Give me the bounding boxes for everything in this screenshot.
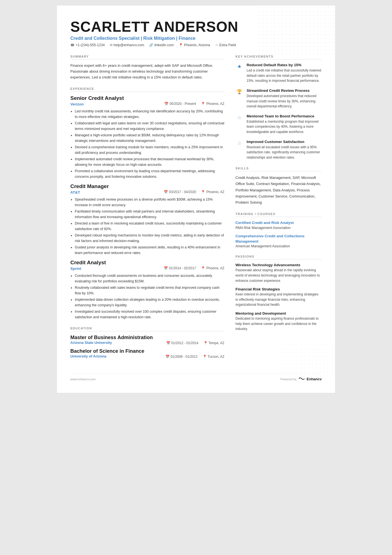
calendar-icon-1: 📅 xyxy=(164,190,168,194)
achievement-icon-0: ★ xyxy=(235,63,243,71)
bullet-2-2: Implemented data-driven collection strat… xyxy=(75,297,224,308)
achievement-content-1: Streamlined Credit Review Process Develo… xyxy=(247,88,322,109)
phone-value: +1-(234)-555-1234 xyxy=(76,43,105,47)
job-company-1: AT&T xyxy=(70,190,80,194)
edu-item-1: Bachelor of Science in Finance Universit… xyxy=(70,348,224,359)
achievements-section: KEY ACHIEVEMENTS ★ Reduced Default Rates… xyxy=(235,55,322,160)
contact-row: ☎ +1-(234)-555-1234 ✉ help@enhancv.com 🔗… xyxy=(70,43,322,47)
bullet-1-4: Guided junior analysts in developing ris… xyxy=(75,245,224,256)
calendar-edu-0: 📅 xyxy=(166,341,170,345)
bullet-0-2: Managed a high-volume portfolio valued a… xyxy=(75,132,224,144)
education-label: EDUCATION xyxy=(70,327,224,331)
summary-text: Finance expert with 6+ years in credit m… xyxy=(70,63,224,80)
passion-title-2: Mentoring and Development xyxy=(235,311,322,315)
job-bullets-0: Led monthly credit risk assessments, enh… xyxy=(70,108,224,179)
calendar-icon-0: 📅 xyxy=(164,102,168,106)
outline-star-icon-2: ☆ xyxy=(237,115,242,121)
skills-text: Credit Analysis, Risk Management, SAP, M… xyxy=(235,175,322,205)
achievement-text-3: Resolved all escalated credit issues wit… xyxy=(247,145,322,160)
achievement-text-1: Developed automated procedures that redu… xyxy=(247,93,322,109)
achievement-item-3: ☆ Improved Customer Satisfaction Resolve… xyxy=(235,140,322,160)
enhancv-icon xyxy=(298,377,305,382)
job-title-2: Credit Analyst xyxy=(70,260,224,266)
summary-section: SUMMARY Finance expert with 6+ years in … xyxy=(70,55,224,80)
experience-label: EXPERIENCE xyxy=(70,87,224,92)
right-column: KEY ACHIEVEMENTS ★ Reduced Default Rates… xyxy=(235,55,322,365)
achievement-content-2: Mentored Team to Boost Performance Estab… xyxy=(247,114,322,135)
passions-label: PASSIONS xyxy=(235,255,322,260)
passion-text-0: Passionate about staying ahead in the ra… xyxy=(235,268,322,283)
passion-text-1: Keen interest in developing and implemen… xyxy=(235,292,322,307)
star-icon-extra: ☆ xyxy=(215,43,218,47)
job-title-1: Credit Manager xyxy=(70,183,224,189)
training-label: TRAINING / COURSES xyxy=(235,212,322,217)
summary-label: SUMMARY xyxy=(70,55,224,60)
outline-star-icon-3: ☆ xyxy=(237,140,242,146)
candidate-name: SCARLETT ANDERSON xyxy=(70,19,322,35)
job-dates-0: 📅 05/2020 - Present xyxy=(164,102,196,106)
passion-item-0: Wireless Technology Advancements Passion… xyxy=(235,263,322,283)
passion-text-2: Dedicated to mentoring aspiring finance … xyxy=(235,316,322,332)
training-org-1: American Management Association xyxy=(235,244,322,248)
passions-section: PASSIONS Wireless Technology Advancement… xyxy=(235,255,322,331)
achievement-title-3: Improved Customer Satisfaction xyxy=(247,140,322,144)
training-item-0: Certified Credit and Risk Analyst RMA Ri… xyxy=(235,220,322,230)
job-meta-1: 📅 03/2017 - 04/2020 📍 Phoenix, AZ xyxy=(164,190,224,194)
footer-website: www.enhancv.com xyxy=(70,378,96,381)
training-item-1: Comprehensive Credit and Collections Man… xyxy=(235,234,322,248)
bullet-0-0: Led monthly credit risk assessments, enh… xyxy=(75,108,224,120)
job-meta-0: 📅 05/2020 - Present 📍 Phoenix, AZ xyxy=(164,102,224,106)
linkedin-value: linkedin.com xyxy=(154,43,173,47)
pin-icon-0: 📍 xyxy=(201,102,205,106)
job-location-0: 📍 Phoenix, AZ xyxy=(201,102,224,106)
achievement-content-0: Reduced Default Rates by 15% Led a credi… xyxy=(247,63,322,83)
job-company-2: Sprint xyxy=(70,267,81,271)
candidate-title: Credit and Collections Specialist | Risk… xyxy=(70,36,322,41)
powered-by-text: Powered by xyxy=(281,378,297,381)
pin-icon-1: 📍 xyxy=(201,190,205,194)
job-dates-2: 📅 01/2014 - 02/2017 xyxy=(164,266,196,270)
pin-edu-1: 📍 xyxy=(203,355,207,359)
edu-dates-0: 📅 01/2012 - 01/2014 xyxy=(166,341,199,345)
job-title-0: Senior Credit Analyst xyxy=(70,95,224,101)
bullet-0-5: Promoted a collaborative environment by … xyxy=(75,168,224,179)
phone-icon: ☎ xyxy=(70,43,75,47)
calendar-edu-1: 📅 xyxy=(165,355,170,359)
contact-linkedin: 🔗 linkedin.com xyxy=(149,43,173,47)
achievement-item-1: 🏆 Streamlined Credit Review Process Deve… xyxy=(235,88,322,109)
job-item-0: Senior Credit Analyst Verizon 📅 05/2020 … xyxy=(70,95,224,179)
achievement-item-0: ★ Reduced Default Rates by 15% Led a cre… xyxy=(235,63,322,83)
location-icon: 📍 xyxy=(179,43,183,47)
bullet-1-0: Spearheaded credit review processes on a… xyxy=(75,197,224,208)
job-company-0: Verizon xyxy=(70,102,84,106)
achievement-icon-3: ☆ xyxy=(235,140,243,147)
email-value: help@enhancv.com xyxy=(114,43,144,47)
achievement-text-2: Established a mentorship program that im… xyxy=(247,119,322,135)
calendar-icon-2: 📅 xyxy=(164,266,168,270)
job-location-1: 📍 Phoenix, AZ xyxy=(201,190,224,194)
edu-dates-1: 📅 01/2008 - 01/2012 xyxy=(165,355,198,359)
skills-section: SKILLS Credit Analysis, Risk Management,… xyxy=(235,167,322,205)
pin-edu-0: 📍 xyxy=(204,341,208,345)
contact-email: ✉ help@enhancv.com xyxy=(110,43,144,47)
extra-value: Extra Field xyxy=(219,43,236,47)
trophy-icon-1: 🏆 xyxy=(237,89,242,94)
bullet-1-1: Facilitated timely communication with re… xyxy=(75,209,224,220)
main-layout: SUMMARY Finance expert with 6+ years in … xyxy=(70,55,322,365)
location-value: Phoenix, Arizona xyxy=(184,43,210,47)
resume-page: SCARLETT ANDERSON Credit and Collections… xyxy=(57,6,335,393)
edu-meta-1: 📅 01/2008 - 01/2012 📍 Tucson, AZ xyxy=(165,355,224,359)
edu-item-0: Master of Business Administration Arizon… xyxy=(70,335,224,345)
education-section: EDUCATION Master of Business Administrat… xyxy=(70,327,224,359)
achievement-text-0: Led a credit risk initiative that succes… xyxy=(247,68,322,83)
bullet-0-1: Collaborated with legal and sales teams … xyxy=(75,120,224,132)
pin-icon-2: 📍 xyxy=(201,266,205,270)
email-icon: ✉ xyxy=(110,43,113,47)
contact-location: 📍 Phoenix, Arizona xyxy=(179,43,210,47)
contact-extra: ☆ Extra Field xyxy=(215,43,236,47)
contact-phone: ☎ +1-(234)-555-1234 xyxy=(70,43,105,47)
bullet-1-3: Developed robust reporting mechanisms to… xyxy=(75,233,224,244)
header: SCARLETT ANDERSON Credit and Collections… xyxy=(70,19,322,47)
edu-school-0: Arizona State University xyxy=(70,341,112,345)
training-cert-1: Comprehensive Credit and Collections Man… xyxy=(235,234,322,244)
